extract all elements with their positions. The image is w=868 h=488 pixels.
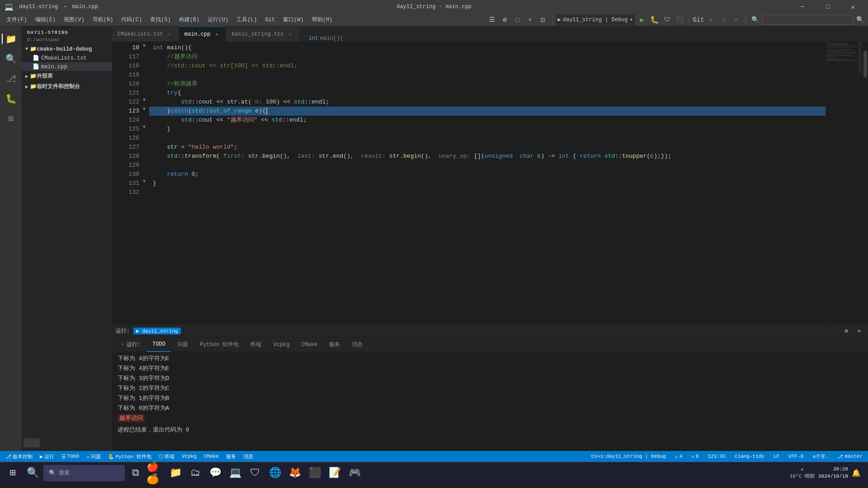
status-indent[interactable]: 4个字… bbox=[811, 451, 830, 462]
git-check2[interactable]: ✓ bbox=[718, 14, 729, 25]
maximize-button[interactable]: □ bbox=[817, 0, 838, 14]
taskbar-search[interactable]: 🔍 bbox=[24, 464, 42, 482]
status-services[interactable]: 服务 bbox=[224, 451, 238, 462]
run-config-selector[interactable]: ▶ day11_string | Debug ▾ bbox=[556, 14, 635, 25]
activity-git[interactable]: ⎇ bbox=[2, 70, 20, 88]
status-run[interactable]: ▶ 运行 bbox=[38, 451, 56, 462]
fold-indicator-123[interactable]: ▼ bbox=[143, 107, 149, 116]
close-button[interactable]: ✕ bbox=[843, 0, 863, 14]
toolbar-icon-1[interactable]: ☰ bbox=[487, 14, 498, 25]
menu-build[interactable]: 构建(B) bbox=[175, 15, 203, 24]
sidebar-item-cmake-build[interactable]: ▼ 📁 cmake-build-debug bbox=[22, 44, 112, 54]
taskbar-task-view[interactable]: ⧉ bbox=[127, 464, 145, 482]
status-git[interactable]: ⎇ 版本控制 bbox=[4, 451, 34, 462]
debug-button[interactable]: 🐛 bbox=[649, 14, 660, 25]
menu-view[interactable]: 视图(V) bbox=[60, 15, 88, 24]
toolbar-icon-5[interactable]: ◫ bbox=[538, 14, 548, 25]
panel-tab-terminal[interactable]: 终端 bbox=[245, 338, 267, 352]
panel-tab-python[interactable]: Python 软件包 bbox=[194, 338, 244, 352]
stop-button[interactable]: ⬛ bbox=[675, 14, 685, 25]
fold-indicator-125[interactable]: ▼ bbox=[143, 125, 149, 134]
activity-search[interactable]: 🔍 bbox=[2, 50, 20, 68]
panel-tab-run[interactable]: ● 运行: bbox=[116, 338, 146, 352]
tab-cmakelists[interactable]: CMakeLists.txt ✕ bbox=[112, 26, 179, 42]
status-build-info[interactable]: Cs+1:day11_string | Debug bbox=[590, 451, 668, 462]
menu-window[interactable]: 窗口(W) bbox=[279, 15, 307, 24]
panel-tab-messages[interactable]: 消息 bbox=[346, 338, 368, 352]
status-position[interactable]: 123:33 bbox=[706, 451, 727, 462]
fold-indicator-122[interactable]: ▼ bbox=[143, 98, 149, 107]
code-area[interactable]: int main(){ //越界访问 //std::cout << str[10… bbox=[149, 42, 826, 324]
status-lf[interactable]: LF bbox=[772, 451, 781, 462]
toolbar-icon-3[interactable]: ⬚ bbox=[512, 14, 523, 25]
status-warnings[interactable]: ⚡ 8 bbox=[689, 451, 700, 462]
menu-edit[interactable]: 编辑(E) bbox=[32, 15, 60, 24]
menu-code[interactable]: 代码(C) bbox=[118, 15, 146, 24]
fold-indicator-131[interactable]: ▼ bbox=[143, 179, 149, 188]
taskbar-browser[interactable]: 🌐 bbox=[266, 464, 284, 482]
menu-help[interactable]: 帮助(H) bbox=[308, 15, 336, 24]
status-utf8[interactable]: UTF-8 bbox=[787, 451, 805, 462]
status-todo[interactable]: ☰ TODO bbox=[60, 451, 81, 462]
taskbar-folder[interactable]: 🗂 bbox=[186, 464, 204, 482]
menu-git[interactable]: Git bbox=[261, 16, 278, 24]
status-cmake[interactable]: CMake bbox=[202, 451, 221, 462]
taskbar-clion[interactable]: 💻 bbox=[226, 464, 244, 482]
search-submit[interactable]: 🔍 bbox=[854, 14, 865, 25]
status-problems[interactable]: ⚠ 问题 bbox=[85, 451, 103, 462]
taskbar-files[interactable]: 📁 bbox=[166, 464, 184, 482]
git-check1[interactable]: ✓ bbox=[706, 14, 717, 25]
activity-explorer[interactable]: 📁 bbox=[2, 30, 20, 48]
panel-tab-vcpkg[interactable]: Vcpkg bbox=[268, 338, 295, 352]
sidebar-item-external-libs[interactable]: ▶ 📁 外部库 bbox=[22, 71, 112, 81]
minimap-slider[interactable] bbox=[858, 42, 862, 73]
editor-scrollbar[interactable] bbox=[862, 42, 868, 324]
sidebar-item-cmakelists[interactable]: 📄 CMakeLists.txt bbox=[22, 54, 112, 62]
panel-close-btn[interactable]: ✕ bbox=[854, 326, 864, 337]
menu-find[interactable]: 查找(S) bbox=[146, 15, 175, 24]
editor-scrollbar-thumb[interactable] bbox=[863, 51, 867, 78]
status-messages[interactable]: 消息 bbox=[241, 451, 255, 462]
search-button[interactable]: 🔍 bbox=[750, 14, 760, 25]
tab-close-basic-string[interactable]: ✕ bbox=[287, 31, 294, 38]
taskbar-icon9[interactable]: 🦊 bbox=[286, 464, 304, 482]
run-button[interactable]: ▶ bbox=[637, 14, 647, 25]
status-clang-tidy[interactable]: clang-tidy bbox=[733, 451, 766, 462]
tab-close-cmakelists[interactable]: ✕ bbox=[166, 31, 173, 38]
tab-close-maincpp[interactable]: ✕ bbox=[213, 31, 220, 38]
activity-extensions[interactable]: ⊞ bbox=[2, 109, 20, 127]
taskbar-fruits[interactable]: 🍎🍊 bbox=[146, 464, 165, 482]
taskbar-start[interactable]: ⊞ bbox=[4, 464, 22, 482]
activity-debug[interactable]: 🐛 bbox=[2, 89, 20, 108]
fold-indicator-10[interactable]: ▼ bbox=[143, 43, 149, 52]
status-branch[interactable]: ⎇ master bbox=[835, 451, 864, 462]
run-process-badge[interactable]: ▶ day11_string bbox=[133, 328, 180, 334]
tab-basic-string[interactable]: basic_string.tcc ✕ bbox=[226, 26, 299, 42]
git-check3[interactable]: ✓ bbox=[731, 14, 742, 25]
taskbar-search-box[interactable]: 🔍 搜索 bbox=[43, 465, 125, 481]
panel-tab-problems[interactable]: 问题 bbox=[172, 338, 193, 352]
toolbar-icon-2[interactable]: ⚙ bbox=[500, 14, 510, 25]
panel-settings-btn[interactable]: ⚙ bbox=[841, 326, 852, 337]
panel-tab-services[interactable]: 服务 bbox=[324, 338, 345, 352]
search-input-box[interactable] bbox=[762, 15, 853, 25]
taskbar-terminal[interactable]: ⬛ bbox=[306, 464, 324, 482]
minimize-button[interactable]: ─ bbox=[792, 0, 813, 14]
sidebar-item-temp-files[interactable]: ▶ 📁 临时文件和控制台 bbox=[22, 81, 112, 92]
status-python[interactable]: 🐍 Python 软件包 bbox=[106, 451, 153, 462]
menu-tools[interactable]: 工具(L) bbox=[233, 15, 261, 24]
panel-tab-cmake[interactable]: CMake bbox=[296, 338, 323, 352]
status-errors[interactable]: ⚠ 4 bbox=[673, 451, 684, 462]
taskbar-app2[interactable]: 🎮 bbox=[345, 464, 363, 482]
tab-maincpp[interactable]: main.cpp ✕ bbox=[179, 26, 226, 42]
menu-navigate[interactable]: 导航(N) bbox=[89, 15, 117, 24]
status-terminal[interactable]: ⬡ 终端 bbox=[157, 451, 176, 462]
status-vcpkg[interactable]: Vcpkg bbox=[180, 451, 198, 462]
toolbar-icon-4[interactable]: ⚡ bbox=[525, 14, 536, 25]
taskbar-chat[interactable]: 💬 bbox=[206, 464, 224, 482]
panel-tab-todo[interactable]: TODO bbox=[147, 338, 171, 352]
menu-run[interactable]: 运行(U) bbox=[204, 15, 232, 24]
taskbar-shield[interactable]: 🛡 bbox=[246, 464, 264, 482]
taskbar-notepad[interactable]: 📝 bbox=[326, 464, 344, 482]
menu-file[interactable]: 文件(F) bbox=[3, 15, 31, 24]
